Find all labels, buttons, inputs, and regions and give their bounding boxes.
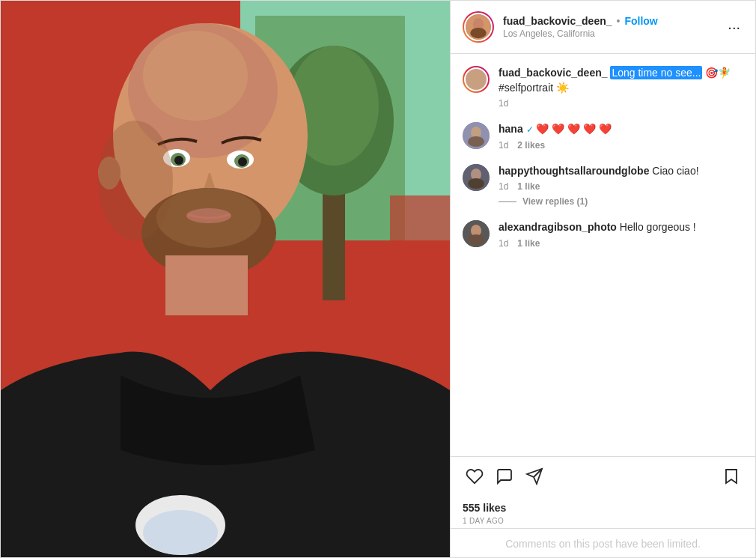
likes-count: 555 likes (463, 502, 743, 514)
comments-section: fuad_backovic_deen_ Long time no see... … (451, 54, 755, 456)
comment-hana: hana ✓ ❤️ ❤️ ❤️ ❤️ ❤️ 1d 2 likes (463, 122, 743, 151)
svg-point-35 (468, 234, 484, 245)
profile-avatar (464, 13, 493, 41)
comment-happy: happythoughtsallaroundglobe Ciao ciao! 1… (463, 164, 743, 207)
post-header: fuad_backovic_deen_ • Follow Los Angeles… (451, 1, 755, 54)
save-button[interactable] (719, 464, 743, 491)
caption-highlight: Long time no see... (610, 66, 702, 79)
header-info: fuad_backovic_deen_ • Follow Los Angeles… (503, 15, 725, 39)
post-image (1, 1, 450, 558)
svg-point-23 (98, 121, 173, 240)
svg-point-26 (470, 28, 486, 38)
caption-avatar-wrapper[interactable] (463, 66, 490, 93)
caption-comment: fuad_backovic_deen_ Long time no see... … (463, 66, 743, 109)
hana-username[interactable]: hana (499, 123, 523, 135)
svg-rect-19 (165, 255, 248, 315)
alexandra-likes: 1 like (517, 238, 540, 249)
comment-button[interactable] (493, 464, 516, 491)
alexandra-text: alexandragibson_photo Hello gorgeous ! (499, 220, 743, 235)
alexandra-comment-text: Hello gorgeous ! (620, 221, 696, 233)
svg-point-32 (468, 178, 484, 189)
hana-avatar[interactable] (463, 122, 490, 149)
hana-time: 1d (499, 140, 508, 151)
post-time: 1 DAY AGO (463, 517, 743, 525)
hana-likes: 2 likes (517, 140, 545, 151)
hana-text: hana ✓ ❤️ ❤️ ❤️ ❤️ ❤️ (499, 122, 743, 137)
caption-avatar (464, 67, 488, 91)
svg-point-15 (238, 157, 247, 166)
hana-content: hana ✓ ❤️ ❤️ ❤️ ❤️ ❤️ 1d 2 likes (499, 122, 743, 151)
svg-point-21 (143, 510, 218, 555)
view-replies-button[interactable]: View replies (1) (522, 196, 588, 207)
hana-comment-text: ❤️ ❤️ ❤️ ❤️ ❤️ (536, 123, 612, 135)
caption-content: fuad_backovic_deen_ Long time no see... … (499, 66, 743, 109)
caption-text: fuad_backovic_deen_ Long time no see... … (499, 66, 743, 95)
like-button[interactable] (463, 464, 487, 491)
share-button[interactable] (522, 464, 546, 491)
more-options-button[interactable]: ··· (725, 19, 743, 36)
caption-time: 1d (499, 98, 508, 109)
alexandra-content: alexandragibson_photo Hello gorgeous ! 1… (499, 220, 743, 249)
actions-bar (451, 456, 755, 499)
comments-limited: Comments on this post have been limited. (451, 528, 755, 558)
happy-content: happythoughtsallaroundglobe Ciao ciao! 1… (499, 164, 743, 207)
comment-alexandra: alexandragibson_photo Hello gorgeous ! 1… (463, 220, 743, 249)
hana-verified: ✓ (526, 124, 534, 135)
happy-time: 1d (499, 181, 508, 192)
svg-point-9 (143, 31, 248, 121)
svg-rect-6 (390, 195, 450, 270)
post-container: fuad_backovic_deen_ • Follow Los Angeles… (0, 0, 756, 558)
alexandra-username[interactable]: alexandragibson_photo (499, 221, 617, 233)
alexandra-time: 1d (499, 238, 508, 249)
happy-text: happythoughtsallaroundglobe Ciao ciao! (499, 164, 743, 179)
dot-separator: • (617, 15, 621, 27)
header-username[interactable]: fuad_backovic_deen_ (503, 15, 612, 27)
happy-likes: 1 like (517, 181, 540, 192)
header-location: Los Angeles, California (503, 28, 725, 39)
post-right-panel: fuad_backovic_deen_ • Follow Los Angeles… (450, 1, 755, 558)
happy-avatar[interactable] (463, 164, 490, 191)
alexandra-avatar[interactable] (463, 220, 490, 247)
hana-meta: 1d 2 likes (499, 140, 743, 151)
svg-point-18 (186, 208, 231, 223)
profile-avatar-wrapper[interactable] (463, 11, 494, 43)
svg-marker-38 (726, 470, 737, 483)
svg-point-14 (174, 156, 183, 165)
likes-section: 555 likes 1 DAY AGO (451, 499, 755, 528)
view-replies: View replies (1) (499, 196, 743, 207)
happy-meta: 1d 1 like (499, 181, 743, 192)
alexandra-meta: 1d 1 like (499, 238, 743, 249)
caption-meta: 1d (499, 98, 743, 109)
happy-username[interactable]: happythoughtsallaroundglobe (499, 165, 649, 177)
happy-comment-text: Ciao ciao! (652, 165, 698, 177)
caption-username[interactable]: fuad_backovic_deen_ (499, 67, 608, 79)
replies-line (499, 201, 516, 202)
svg-point-29 (468, 136, 484, 147)
username-row: fuad_backovic_deen_ • Follow (503, 15, 725, 27)
follow-button[interactable]: Follow (624, 15, 657, 27)
